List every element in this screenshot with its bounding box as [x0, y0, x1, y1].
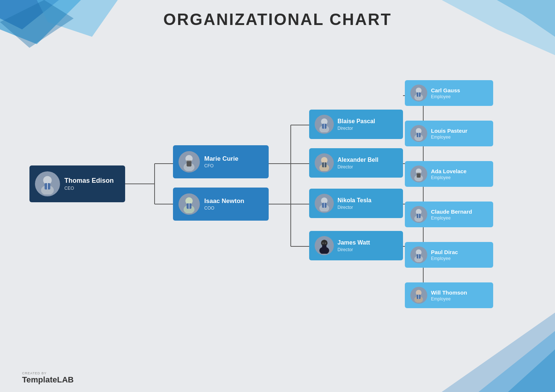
director4-card: James Watt Director: [309, 231, 403, 260]
employee1-avatar: [410, 85, 427, 101]
ceo-role: CEO: [64, 186, 114, 191]
ceo-name: Thomas Edison: [64, 177, 114, 185]
coo-avatar: [178, 193, 200, 215]
branding-created-by: CREATED BY: [22, 371, 74, 375]
director3-name: Nikola Tesla: [337, 197, 371, 204]
employee4-name: Claude Bernard: [431, 209, 472, 215]
ceo-card: Thomas Edison CEO: [29, 165, 125, 202]
branding: CREATED BY TemplateLAB: [22, 371, 74, 385]
director3-avatar: [315, 194, 334, 213]
cfo-avatar: [178, 151, 200, 172]
cfo-role: CFO: [204, 163, 238, 168]
employee1-name: Carl Gauss: [431, 87, 460, 93]
employee4-card: Claude Bernard Employee: [405, 202, 493, 227]
director4-name: James Watt: [337, 239, 370, 246]
employee4-avatar: [410, 206, 427, 223]
svg-rect-72: [417, 174, 421, 178]
director2-card: Alexander Bell Director: [309, 148, 403, 178]
page-title: ORGANIZATIONAL CHART: [0, 10, 555, 29]
employee4-role: Employee: [431, 215, 472, 221]
employee3-role: Employee: [431, 175, 467, 180]
ceo-avatar: [35, 171, 60, 196]
org-chart: Thomas Edison CEO Marie Curie CFO: [18, 37, 541, 357]
coo-role: COO: [204, 206, 244, 211]
director3-card: Nikola Tesla Director: [309, 189, 403, 218]
employee5-avatar: [410, 246, 427, 263]
svg-rect-60: [322, 243, 324, 243]
employee3-name: Ada Lovelace: [431, 168, 467, 174]
employee6-role: Employee: [431, 296, 467, 302]
director2-avatar: [315, 153, 334, 172]
director1-card: Blaise Pascal Director: [309, 110, 403, 139]
director4-role: Director: [337, 247, 370, 252]
director4-avatar: [315, 236, 334, 255]
employee2-name: Louis Pasteur: [431, 128, 467, 134]
director2-role: Director: [337, 164, 378, 170]
branding-template: Template: [22, 375, 57, 384]
svg-rect-59: [322, 245, 326, 250]
director1-avatar: [315, 115, 334, 134]
employee1-role: Employee: [431, 94, 460, 99]
coo-card: Isaac Newton COO: [173, 188, 269, 221]
employee2-role: Employee: [431, 135, 467, 140]
cfo-card: Marie Curie CFO: [173, 145, 269, 178]
cfo-name: Marie Curie: [204, 155, 238, 163]
svg-rect-61: [325, 243, 326, 243]
employee1-card: Carl Gauss Employee: [405, 80, 493, 106]
employee6-avatar: [410, 287, 427, 304]
director2-name: Alexander Bell: [337, 156, 378, 163]
employee3-avatar: [410, 165, 427, 182]
director1-role: Director: [337, 126, 375, 131]
employee6-card: Will Thomson Employee: [405, 282, 493, 308]
coo-name: Isaac Newton: [204, 197, 244, 205]
director3-role: Director: [337, 205, 371, 210]
employee5-name: Paul Dirac: [431, 249, 458, 255]
employee2-card: Louis Pasteur Employee: [405, 121, 493, 146]
director1-name: Blaise Pascal: [337, 118, 375, 125]
employee2-avatar: [410, 125, 427, 142]
employee5-card: Paul Dirac Employee: [405, 242, 493, 268]
svg-rect-40: [187, 161, 191, 167]
branding-name: TemplateLAB: [22, 375, 74, 385]
branding-lab: LAB: [57, 375, 74, 384]
employee5-role: Employee: [431, 256, 458, 261]
employee3-card: Ada Lovelace Employee: [405, 161, 493, 187]
employee6-name: Will Thomson: [431, 289, 467, 296]
